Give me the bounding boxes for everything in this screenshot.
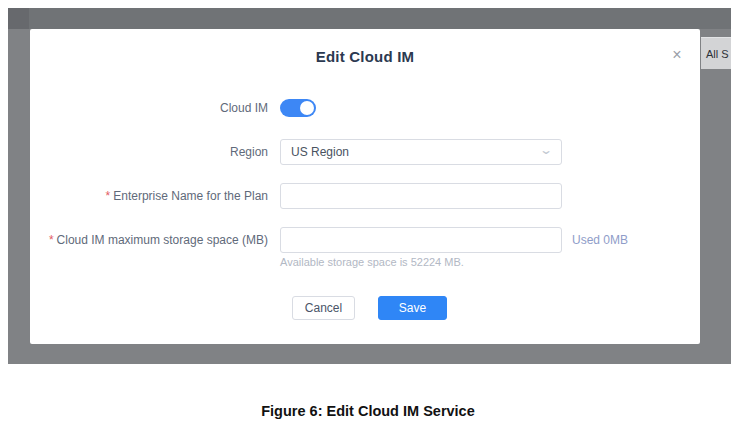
cloud-im-label: Cloud IM — [30, 101, 268, 115]
chevron-down-icon: ⌄ — [539, 145, 553, 155]
dialog-title: Edit Cloud IM — [30, 48, 700, 65]
dialog-actions: Cancel Save — [292, 296, 447, 320]
required-asterisk: * — [106, 189, 111, 203]
background-header-bar — [8, 8, 731, 29]
enterprise-name-label: *Enterprise Name for the Plan — [30, 189, 268, 203]
required-asterisk: * — [49, 233, 54, 247]
embedded-screenshot: All S Edit Cloud IM × Cloud IM Region US… — [8, 8, 731, 364]
background-header-corner — [8, 8, 29, 29]
cloud-im-toggle[interactable] — [280, 99, 316, 117]
background-all-services-label: All S — [706, 48, 729, 60]
available-storage-helper: Available storage space is 52224 MB. — [280, 256, 464, 268]
enterprise-name-row: *Enterprise Name for the Plan — [30, 183, 700, 209]
cloud-im-row: Cloud IM — [30, 99, 700, 117]
region-selected-value: US Region — [291, 145, 349, 159]
storage-label-text: Cloud IM maximum storage space (MB) — [57, 233, 268, 247]
save-button[interactable]: Save — [378, 296, 447, 320]
region-label: Region — [30, 145, 268, 159]
storage-input[interactable] — [280, 227, 562, 253]
close-icon[interactable]: × — [668, 46, 686, 64]
enterprise-name-input[interactable] — [280, 183, 562, 209]
region-row: Region US Region ⌄ — [30, 139, 700, 165]
storage-row: *Cloud IM maximum storage space (MB) Use… — [30, 227, 700, 253]
background-all-services-partial: All S — [701, 37, 731, 69]
used-storage-text: Used 0MB — [572, 233, 628, 247]
region-select[interactable]: US Region ⌄ — [280, 139, 562, 165]
edit-cloud-im-dialog: Edit Cloud IM × Cloud IM Region US Regio… — [30, 29, 700, 344]
cancel-button[interactable]: Cancel — [292, 296, 355, 320]
figure-caption: Figure 6: Edit Cloud IM Service — [0, 403, 736, 419]
toggle-knob — [300, 101, 314, 115]
storage-label: *Cloud IM maximum storage space (MB) — [30, 233, 268, 247]
enterprise-name-label-text: Enterprise Name for the Plan — [113, 189, 268, 203]
